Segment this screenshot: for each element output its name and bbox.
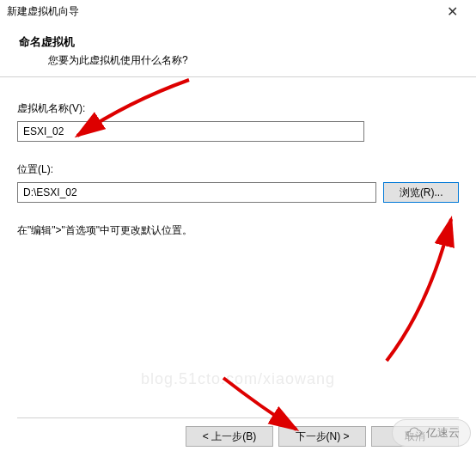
wizard-content: 虚拟机名称(V): 位置(L): 浏览(R)... 在"编辑">"首选项"中可更… [0, 77, 476, 255]
badge-text: 亿速云 [426, 425, 460, 441]
titlebar: 新建虚拟机向导 ✕ [0, 0, 476, 24]
window-title: 新建虚拟机向导 [7, 4, 79, 19]
cloud-icon [404, 427, 423, 439]
close-button[interactable]: ✕ [435, 1, 469, 23]
vm-location-label: 位置(L): [17, 162, 459, 177]
back-button[interactable]: < 上一步(B) [186, 426, 273, 447]
next-button[interactable]: 下一步(N) > [278, 426, 366, 447]
vm-location-group: 位置(L): 浏览(R)... [17, 162, 459, 203]
watermark-badge: 亿速云 [392, 419, 471, 447]
header-title: 命名虚拟机 [19, 34, 459, 50]
vm-name-group: 虚拟机名称(V): [17, 101, 459, 142]
vm-name-input[interactable] [17, 121, 364, 142]
browse-button[interactable]: 浏览(R)... [383, 182, 459, 203]
watermark-text: blog.51cto.com/xiaowang [0, 370, 476, 388]
close-icon: ✕ [447, 3, 458, 20]
wizard-header: 命名虚拟机 您要为此虚拟机使用什么名称? [0, 24, 476, 77]
location-hint: 在"编辑">"首选项"中可更改默认位置。 [17, 223, 459, 238]
vm-name-label: 虚拟机名称(V): [17, 101, 459, 116]
vm-location-input[interactable] [17, 182, 376, 203]
header-subtitle: 您要为此虚拟机使用什么名称? [19, 53, 459, 68]
